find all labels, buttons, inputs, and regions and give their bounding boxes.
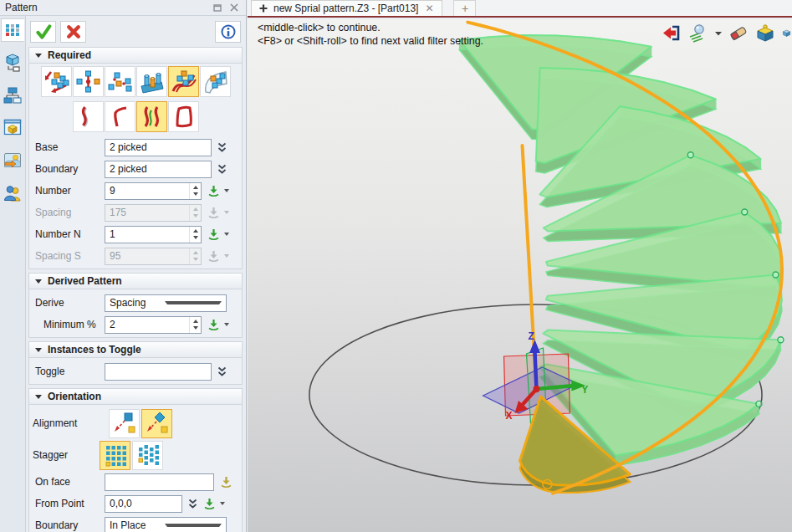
pick-filter-icon[interactable] (688, 23, 708, 43)
on-face-input[interactable] (105, 475, 213, 489)
boundary-mode-dropdown[interactable]: In Place (105, 517, 227, 532)
number-row: Number (33, 180, 238, 202)
align-to-path-icon[interactable] (141, 409, 172, 438)
document-tabbar: new Sprial pattern.Z3 - [Part013] ✕ + (248, 0, 792, 18)
instance-corner-marker[interactable] (778, 337, 784, 343)
derive-caret-icon (165, 301, 222, 304)
panel-rail (0, 16, 26, 532)
spacing-s-insert-icon (207, 250, 220, 263)
pattern-at-curves-icon[interactable] (168, 66, 199, 97)
boundary-expand-chevron-icon[interactable] (217, 164, 227, 175)
section-instances-header[interactable]: Instances to Toggle (29, 342, 242, 358)
minimum-label: Minimum % (33, 319, 105, 330)
instance-corner-marker[interactable] (742, 209, 748, 215)
3d-scene[interactable]: ZYX (248, 19, 792, 532)
pattern-type-row2 (29, 99, 242, 134)
collapse-triangle-icon (35, 54, 42, 58)
spacing-label: Spacing (33, 207, 105, 218)
minimum-options-caret[interactable] (224, 323, 229, 326)
section-required: Required (28, 47, 243, 269)
spacing-s-row: Spacing S (33, 245, 238, 267)
on-face-row: On face (33, 471, 238, 493)
section-derived-header[interactable]: Derived Pattern (29, 274, 242, 289)
eraser-icon[interactable] (728, 23, 749, 43)
new-tab-button[interactable]: + (453, 0, 476, 16)
number-n-input[interactable] (105, 228, 189, 242)
model-canvas[interactable]: ZYX <middle-click> to continue. <F8> or … (248, 19, 792, 532)
section-required-header[interactable]: Required (29, 48, 242, 64)
number-input[interactable] (105, 184, 189, 198)
minimum-input[interactable] (105, 318, 189, 332)
boundary-mode-value: In Place (110, 519, 161, 531)
cancel-button[interactable] (60, 21, 86, 43)
section-orientation-header[interactable]: Orientation (29, 389, 242, 405)
rail-user-role-icon[interactable] (1, 182, 24, 205)
from-point-expand-chevron-icon[interactable] (188, 499, 197, 509)
number-n-label: Number N (33, 228, 105, 240)
on-face-insert-icon[interactable] (220, 476, 232, 489)
number-n-insert-icon[interactable] (207, 228, 220, 241)
base-input[interactable] (105, 141, 211, 155)
hint-line-1: <middle-click> to continue. (258, 22, 483, 35)
instance-corner-marker[interactable] (773, 272, 779, 278)
info-button[interactable] (215, 21, 241, 43)
from-point-label: From Point (33, 498, 105, 509)
ok-button[interactable] (30, 21, 56, 43)
show-target-icon[interactable] (755, 23, 775, 43)
toggle-expand-chevron-icon[interactable] (217, 366, 227, 377)
base-expand-chevron-icon[interactable] (217, 142, 227, 153)
origin-point[interactable] (533, 386, 539, 392)
spacing-input (105, 206, 189, 220)
float-panel-icon[interactable] (211, 2, 224, 13)
from-point-insert-icon[interactable] (203, 498, 216, 510)
rail-view-manager-icon[interactable] (1, 116, 24, 140)
minimum-row: Minimum % (33, 314, 238, 335)
align-to-base-icon[interactable] (109, 409, 140, 438)
stagger-offset-icon[interactable] (132, 441, 163, 470)
number-options-caret[interactable] (224, 189, 229, 192)
number-insert-icon[interactable] (207, 185, 220, 197)
z-axis[interactable] (534, 351, 536, 390)
corner-curve-icon[interactable] (105, 101, 135, 132)
boundary-loop-icon[interactable] (168, 101, 199, 132)
from-point-input[interactable] (105, 497, 181, 511)
pattern-on-face-icon[interactable] (200, 66, 231, 97)
minimum-spinner[interactable] (189, 317, 201, 333)
polygon-pattern-icon[interactable] (105, 66, 135, 97)
rail-assembly-tree-icon[interactable] (1, 51, 24, 74)
pattern-at-points-icon[interactable] (136, 66, 167, 97)
boundary-input[interactable] (105, 162, 211, 176)
rail-visualize-icon[interactable] (1, 149, 24, 172)
section-orientation: Orientation Alignment (28, 388, 243, 532)
section-instances-toggle: Instances to Toggle Toggle (28, 341, 243, 385)
boundary-label: Boundary (33, 163, 105, 175)
linear-pattern-icon[interactable] (41, 66, 72, 97)
collapse-triangle-icon (35, 348, 42, 352)
from-point-options-caret[interactable] (220, 502, 225, 505)
two-curves-icon[interactable] (136, 101, 167, 132)
derive-value: Spacing (110, 297, 161, 309)
instance-corner-marker[interactable] (756, 401, 762, 407)
derive-dropdown[interactable]: Spacing (105, 294, 227, 312)
clipped-toolbar-icon[interactable] (782, 23, 791, 43)
tab-close-icon[interactable]: ✕ (424, 3, 434, 13)
rail-history-manager-icon[interactable] (1, 84, 24, 107)
boundary-mode-label: Boundary (33, 519, 105, 531)
minimum-insert-icon[interactable] (207, 319, 220, 331)
pattern-panel: Pattern (0, 0, 247, 532)
exit-input-icon[interactable] (662, 24, 682, 42)
toggle-input[interactable] (105, 365, 211, 379)
instance-corner-marker[interactable] (687, 152, 693, 158)
viewport-toolbar (662, 23, 791, 43)
single-curve-icon[interactable] (73, 101, 104, 132)
close-panel-icon[interactable] (227, 2, 241, 13)
number-n-spinner[interactable] (189, 227, 201, 243)
circular-pattern-icon[interactable] (73, 66, 104, 97)
rail-pattern-manager-icon[interactable] (1, 18, 24, 42)
stagger-aligned-icon[interactable] (100, 441, 130, 470)
base-row: Base (33, 136, 238, 158)
document-tab[interactable]: new Sprial pattern.Z3 - [Part013] ✕ (251, 0, 442, 16)
number-spinner[interactable] (189, 183, 201, 199)
filter-dropdown-caret[interactable] (715, 31, 722, 36)
number-n-options-caret[interactable] (224, 233, 229, 236)
